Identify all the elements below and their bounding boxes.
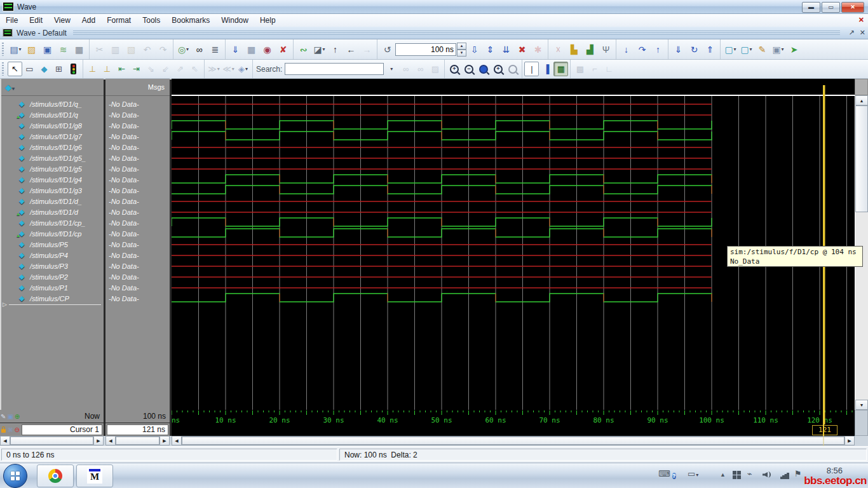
step-into-current-button[interactable]: ⇓ (670, 41, 686, 57)
zoom-range-icon[interactable]: + (491, 62, 505, 76)
signal-row[interactable]: ◆➤/stimulus/f/D1/d (1, 207, 104, 217)
expanded-time-delta-button[interactable]: ▩ (573, 62, 587, 76)
power-plug-icon[interactable]: ⌁ (747, 469, 752, 478)
cursor-time-label[interactable]: 121 ns (812, 425, 837, 435)
run-length-field[interactable] (395, 43, 456, 56)
prev-transition-button[interactable]: ⇤ (114, 62, 129, 76)
cut-button[interactable]: ✂ (92, 41, 107, 57)
run-continue-button[interactable]: ⇕ (482, 41, 498, 57)
toolbar-grip[interactable] (2, 62, 4, 75)
remove-cursor-icon[interactable]: ⊖ (14, 426, 19, 433)
signal-row[interactable]: ◆➤/stimulus/f/D1/cp (1, 228, 104, 239)
save-format-button[interactable]: ▣▾ (770, 41, 786, 57)
find-menu-button[interactable]: ◎▾ (175, 41, 191, 57)
zoom-full-icon[interactable] (476, 62, 491, 76)
break-on-signal-icon[interactable] (66, 62, 81, 76)
step-over-current-button[interactable]: ↻ (686, 41, 702, 57)
minimize-button[interactable]: ▬ (802, 2, 820, 13)
signal-row[interactable]: ◆➤/stimulus/f/D1/q (1, 109, 104, 120)
zoom-select-mode-button[interactable]: ▭ (22, 62, 37, 76)
waveform-canvas[interactable] (172, 79, 855, 410)
help-tray-icon[interactable]: ? (672, 470, 676, 480)
zoom-cursor-icon[interactable] (505, 62, 520, 76)
menu-item-add[interactable]: Add (76, 14, 101, 27)
grid-toggle-button[interactable]: ▐ (539, 62, 553, 76)
names-header[interactable]: ◆▾ (1, 79, 104, 96)
pane-close-icon[interactable]: ✕ (860, 29, 865, 37)
step-over-button[interactable]: ↷ (634, 41, 650, 57)
zoom-out-icon[interactable]: − (461, 62, 476, 76)
step-into-button[interactable]: ↓ (618, 41, 634, 57)
signal-row[interactable]: ◆/stimulus/f/D1/g5_ (1, 152, 104, 163)
flag-icon[interactable]: ⚑ (794, 469, 802, 478)
signal-row[interactable]: ◆/stimulus/f/D1/q_ (1, 98, 104, 109)
lock-icon[interactable] (1, 429, 6, 433)
select-mode-button[interactable]: ↖ (8, 62, 22, 76)
hscroll-left-icon[interactable]: ◀ (172, 437, 182, 445)
memory-profile-button[interactable]: ▟ (582, 41, 598, 57)
signal-row[interactable]: ◆/stimulus/f/D1/g4 (1, 174, 104, 185)
profile-button[interactable]: ▙ (566, 41, 582, 57)
signal-row[interactable]: ◆/stimulus/f/D1/cp_ (1, 217, 104, 228)
compile-button[interactable]: ≋ (55, 41, 71, 57)
vscroll-thumb[interactable] (855, 105, 868, 212)
pan-mode-button[interactable]: ◆ (37, 62, 51, 76)
hscroll-thumb[interactable] (182, 437, 844, 445)
wrench-icon[interactable]: ✙ (6, 425, 15, 434)
close-button[interactable]: ✕ (841, 2, 864, 13)
undock-icon[interactable]: ↗ (849, 29, 855, 37)
signal-row[interactable]: ◆/stimulus/f/D1/g6 (1, 142, 104, 152)
signal-row[interactable]: ◆/stimulus/P2 (1, 271, 104, 282)
signals-menu-icon[interactable]: ◆▾ (5, 83, 15, 92)
add-icon[interactable]: ⊕ (15, 413, 20, 420)
chrome-taskbar-button[interactable] (37, 464, 74, 487)
undo-button[interactable]: ↶ (139, 41, 155, 57)
edit-wave-button[interactable]: ✎ (754, 41, 770, 57)
msgs-hscrollbar[interactable]: ◀ ▶ (105, 436, 170, 445)
kill-button[interactable]: ☓ (550, 41, 566, 57)
menu-item-format[interactable]: Format (101, 14, 137, 27)
title-bar[interactable]: Wave ▬ ▭ ✕ (0, 0, 868, 14)
redo-button[interactable]: ↷ (155, 41, 171, 57)
menu-item-file[interactable]: File (0, 14, 24, 27)
start-button[interactable] (3, 464, 27, 488)
wave-hscrollbar[interactable]: ◀ ▶ (172, 436, 855, 445)
signal-row[interactable]: ◆/stimulus/P1 (1, 282, 104, 293)
cursor-lines-toggle-button[interactable]: | (524, 62, 539, 76)
add-selected-button[interactable]: ▢▾ (722, 41, 738, 57)
expanded-time-event-button[interactable]: ⌐ (587, 62, 602, 76)
load-wave-button[interactable]: ⇓ (227, 41, 243, 57)
hscroll-right-icon[interactable]: ▶ (159, 437, 169, 445)
next-falling-button[interactable]: ⇙ (158, 62, 173, 76)
menu-item-view[interactable]: View (48, 14, 76, 27)
delete-cursor-button[interactable]: ⊥ (100, 62, 114, 76)
menu-item-window[interactable]: Window (215, 14, 254, 27)
taskbar-clock[interactable]: 8:56 (827, 466, 843, 475)
step-out-current-button[interactable]: ⇑ (702, 41, 718, 57)
search-reverse-button[interactable]: ∞ (398, 62, 413, 76)
cursor1-name-box[interactable]: Cursor 1 (22, 424, 102, 435)
zoom-in-icon[interactable]: + (447, 62, 461, 76)
wave-dataset-button[interactable]: ▦ (243, 41, 259, 57)
windows-tray-icon[interactable] (733, 471, 741, 479)
expand-prev-button[interactable]: ≪▾ (221, 62, 236, 76)
restore-button[interactable]: ▭ (822, 2, 840, 13)
restart-button[interactable]: ↺ (379, 41, 395, 57)
copy-button[interactable]: ▥ (107, 41, 123, 57)
run-button[interactable]: ⇩ (466, 41, 482, 57)
forward-button[interactable]: → (359, 41, 375, 57)
signal-row[interactable]: ◆/stimulus/P5 (1, 239, 104, 250)
names-hscrollbar[interactable]: ◀ ▶ (0, 436, 104, 445)
next-transition-button[interactable]: ⇥ (129, 62, 144, 76)
cursor1-value-box[interactable]: 121 ns (107, 424, 168, 435)
vertical-scrollbar[interactable]: ▲ ▼ (855, 79, 868, 410)
expanded-time-mode-button[interactable]: ∟ (602, 62, 616, 76)
edit-mode-button[interactable]: ⊞ (51, 62, 66, 76)
search-options-button[interactable]: ▨ (428, 62, 442, 76)
menu-item-tools[interactable]: Tools (137, 14, 166, 27)
hscroll-right-icon[interactable]: ▶ (844, 437, 854, 445)
next-rising-button[interactable]: ⇖ (187, 62, 202, 76)
show-hidden-icons[interactable]: ▲ (720, 471, 726, 478)
window-tray-icon[interactable]: ▭▾ (688, 469, 698, 478)
search-input[interactable] (285, 63, 384, 75)
